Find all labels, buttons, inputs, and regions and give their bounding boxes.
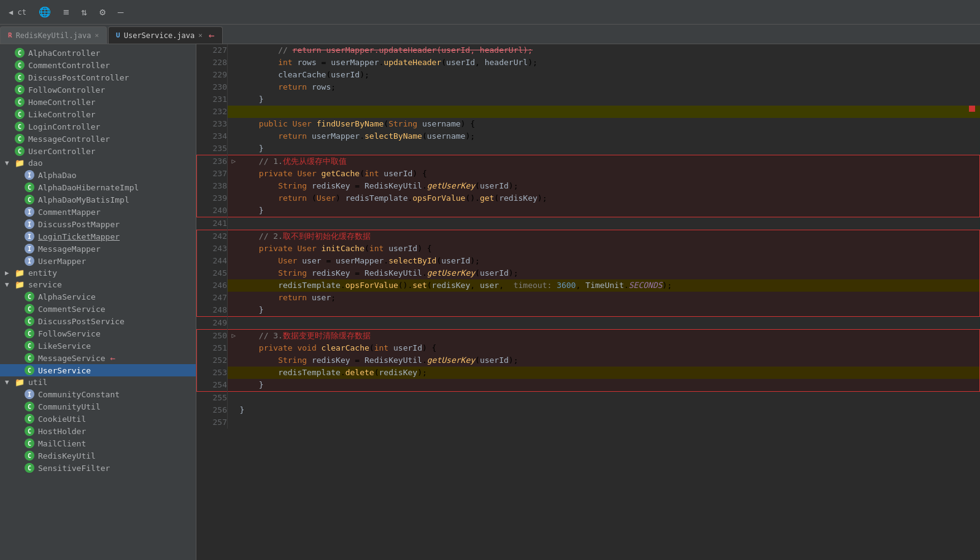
line-num-245: 245 xyxy=(197,267,228,279)
code-line-247: 247 return user; xyxy=(197,292,980,304)
line-num-240: 240 xyxy=(197,204,228,217)
code-content-241 xyxy=(240,217,980,230)
gutter-248 xyxy=(228,304,240,317)
toolbar: ◀ ct 🌐 ≡ ⇅ ⚙ — xyxy=(0,0,980,25)
code-content-235: } xyxy=(240,142,980,155)
sidebar-item-discusspostcontroller[interactable]: C DiscussPostController xyxy=(0,71,196,84)
sidebar-item-commentservice[interactable]: C CommentService xyxy=(0,303,196,315)
interface-icon: I xyxy=(25,219,34,229)
sidebar-item-discusspostmapper[interactable]: I DiscussPostMapper xyxy=(0,218,196,230)
sidebar-item-alphadao[interactable]: I AlphaDao xyxy=(0,169,196,181)
interface-icon: I xyxy=(25,256,34,266)
sidebar-label: MessageService xyxy=(38,354,106,363)
expand-arrow-icon: ▶ xyxy=(5,269,12,277)
sidebar-item-logincontroller[interactable]: C LoginController xyxy=(0,120,196,133)
sidebar-item-followservice[interactable]: C FollowService xyxy=(0,327,196,340)
sidebar-item-service-folder[interactable]: ▼ 📁 service xyxy=(0,279,196,290)
code-content-252: String redisKey = RedisKeyUtil.getUserKe… xyxy=(240,354,980,367)
sidebar-label: DiscussPostController xyxy=(28,73,129,82)
gutter-243 xyxy=(228,243,240,255)
folder-icon: 📁 xyxy=(15,158,25,168)
sidebar-item-homecontroller[interactable]: C HomeController xyxy=(0,96,196,108)
sidebar-item-communityutil[interactable]: C CommunityUtil xyxy=(0,400,196,413)
tab-redis-icon: R xyxy=(8,31,12,39)
sidebar-label: CommunityConstant xyxy=(38,390,120,399)
code-line-240: 240 } xyxy=(197,204,980,217)
sidebar-label: HostHolder xyxy=(38,427,86,436)
code-line-239: 239 return (User) redisTemplate.opsForVa… xyxy=(197,192,980,204)
interface-icon: I xyxy=(25,231,34,241)
sidebar-item-cookieutil[interactable]: C CookieUtil xyxy=(0,413,196,425)
line-num-253: 253 xyxy=(197,367,228,379)
settings-icon[interactable]: ⚙ xyxy=(96,4,109,20)
class-icon: C xyxy=(15,60,25,70)
tab-userservice-close[interactable]: ✕ xyxy=(198,31,203,39)
expand-arrow-icon: ▼ xyxy=(5,378,12,386)
sidebar-item-usermapper[interactable]: I UserMapper xyxy=(0,255,196,267)
gutter-245 xyxy=(228,267,240,279)
sidebar-item-alphaservice[interactable]: C AlphaService xyxy=(0,290,196,303)
sidebar-label: LikeController xyxy=(28,110,96,119)
tab-redis-close[interactable]: ✕ xyxy=(95,31,99,39)
sidebar-item-likecontroller[interactable]: C LikeController xyxy=(0,108,196,120)
arrows-icon[interactable]: ⇅ xyxy=(78,4,91,20)
sidebar-item-dao-folder[interactable]: ▼ 📁 dao xyxy=(0,157,196,169)
sidebar-item-followcontroller[interactable]: C FollowController xyxy=(0,84,196,96)
sidebar-item-rediskeyutil[interactable]: C RedisKeyUtil xyxy=(0,449,196,462)
code-line-235: 235 } xyxy=(197,142,980,155)
nav-back-btn[interactable]: ◀ ct xyxy=(5,6,30,19)
line-num-238: 238 xyxy=(197,180,228,192)
sidebar-item-util-folder[interactable]: ▼ 📁 util xyxy=(0,376,196,388)
code-line-248: 248 } xyxy=(197,304,980,317)
sidebar-item-likeservice[interactable]: C LikeService xyxy=(0,340,196,352)
sidebar-item-alphadaomybatisimpl[interactable]: C AlphaDaoMyBatisImpl xyxy=(0,193,196,206)
gutter-249 xyxy=(228,317,240,330)
sidebar-item-usercontroller[interactable]: C UserController xyxy=(0,145,196,157)
sidebar-label: dao xyxy=(28,158,42,168)
globe-icon[interactable]: 🌐 xyxy=(35,4,55,20)
sidebar-item-logintickemapper[interactable]: I LoginTicketMapper xyxy=(0,230,196,243)
sidebar-item-alphacontroller[interactable]: C AlphaController xyxy=(0,47,196,59)
code-line-256: 256 } xyxy=(197,404,980,416)
sidebar-item-mailclient[interactable]: C MailClient xyxy=(0,437,196,449)
lines-icon[interactable]: ≡ xyxy=(60,4,73,20)
sidebar-item-messageservice[interactable]: C MessageService ← xyxy=(0,352,196,364)
code-editor[interactable]: 227 // return userMapper.updateHeader(us… xyxy=(196,44,980,560)
class-icon: C xyxy=(25,182,34,192)
code-content-236: // 1.优先从缓存中取值 xyxy=(240,155,980,168)
close-icon[interactable]: — xyxy=(114,4,128,20)
sidebar-item-commentcontroller[interactable]: C CommentController xyxy=(0,59,196,71)
sidebar-item-entity-folder[interactable]: ▶ 📁 entity xyxy=(0,267,196,279)
sidebar-item-messagecontroller[interactable]: C MessageController xyxy=(0,133,196,145)
sidebar-label: LoginTicketMapper xyxy=(38,232,120,241)
sidebar-label: UserService xyxy=(38,366,91,375)
sidebar-item-communityconstant[interactable]: I CommunityConstant xyxy=(0,388,196,400)
line-num-236: 236 xyxy=(197,155,228,168)
tab-userservice[interactable]: U UserService.java ✕ ← xyxy=(108,26,222,44)
sidebar-item-commentmapper[interactable]: I CommentMapper xyxy=(0,206,196,218)
tab-userservice-icon: U xyxy=(116,31,120,39)
sidebar-item-sensitivefilter[interactable]: C SensitiveFilter xyxy=(0,462,196,474)
sidebar-label: HomeController xyxy=(28,98,96,107)
sidebar-item-hostholder[interactable]: C HostHolder xyxy=(0,425,196,437)
sidebar-item-userservice[interactable]: C UserService xyxy=(0,364,196,376)
sidebar-item-alphadaohiberimpl[interactable]: C AlphaDaoHibernateImpl xyxy=(0,181,196,193)
sidebar-label: FollowService xyxy=(38,329,101,338)
sidebar-label: AlphaDao xyxy=(38,171,77,180)
tab-userservice-label: UserService.java xyxy=(124,31,195,40)
gutter-228 xyxy=(228,56,240,69)
sidebar-item-messagemapper[interactable]: I MessageMapper xyxy=(0,243,196,255)
gutter-229 xyxy=(228,69,240,81)
sidebar-label: CommentController xyxy=(28,61,110,70)
interface-icon: I xyxy=(25,170,34,180)
expand-arrow-icon: ▼ xyxy=(5,281,12,289)
line-num-248: 248 xyxy=(197,304,228,317)
sidebar-label: AlphaDaoMyBatisImpl xyxy=(38,195,129,204)
code-line-227: 227 // return userMapper.updateHeader(us… xyxy=(197,44,980,56)
sidebar-label: FollowController xyxy=(28,85,105,95)
code-content-238: String redisKey = RedisKeyUtil.getUserKe… xyxy=(240,180,980,192)
class-icon: C xyxy=(25,304,34,314)
sidebar-item-discusspostservice[interactable]: C DiscussPostService xyxy=(0,315,196,327)
sidebar-label: entity xyxy=(28,268,57,278)
tab-redis[interactable]: R RedisKeyUtil.java ✕ xyxy=(0,26,107,44)
